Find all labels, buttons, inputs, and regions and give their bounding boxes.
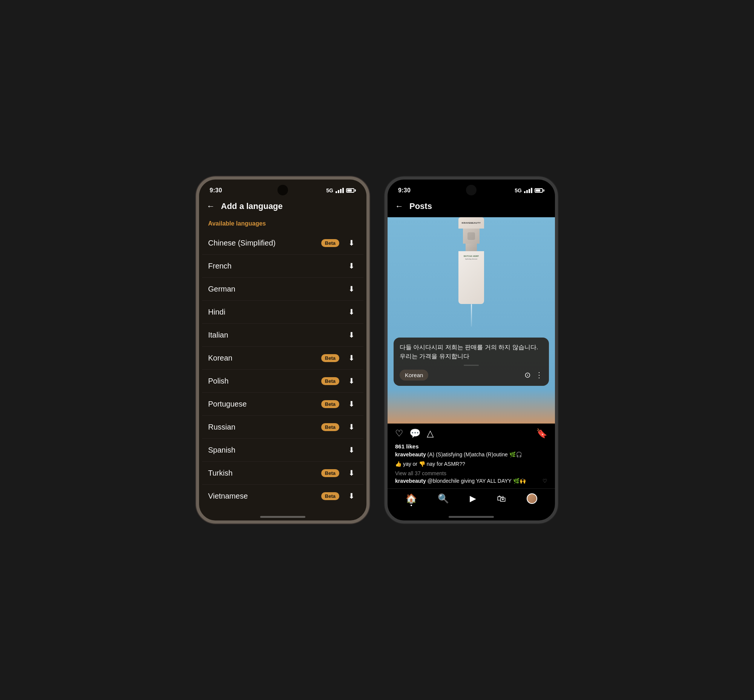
list-item[interactable]: Chinese (Simplified) Beta ⬇: [202, 231, 364, 255]
status-icons-left: 5G: [326, 188, 356, 194]
list-item[interactable]: Italian ⬇: [202, 323, 364, 347]
comment-username: kravebeauty: [395, 478, 426, 484]
download-icon[interactable]: ⬇: [345, 238, 357, 247]
post-actions-bar: ♡ 💬 △ 🔖: [387, 423, 555, 443]
nozzle-detail: [467, 232, 475, 240]
product-cap-top: KRAVEBEAUTY: [459, 217, 484, 228]
language-name: Vietnamese: [208, 492, 321, 500]
signal-bar-r3: [529, 189, 530, 193]
mute-button-right[interactable]: [384, 225, 386, 240]
signal-bar-2: [338, 190, 339, 193]
view-comments-link[interactable]: View all 37 comments: [395, 470, 547, 477]
language-list: Chinese (Simplified) Beta ⬇ French ⬇ Ger…: [199, 231, 367, 513]
nav-search-icon[interactable]: 🔍: [438, 493, 449, 504]
beta-badge: Beta: [321, 423, 339, 431]
volume-down-button-right[interactable]: [384, 275, 386, 297]
post-caption-extra: 👍 yay or 👎 nay for ASMR??: [395, 461, 547, 468]
nav-shop-icon[interactable]: 🛍: [497, 493, 506, 504]
product-sublabel: hydrating cleanser: [465, 258, 478, 260]
home-bar-right: [449, 516, 494, 518]
right-phone: 9:30 5G: [384, 177, 558, 523]
battery-icon-left: [346, 188, 356, 193]
volume-up-button-right[interactable]: [384, 247, 386, 269]
available-languages-label: Available languages: [199, 217, 367, 231]
mute-button[interactable]: [196, 225, 197, 240]
time-left: 9:30: [209, 187, 222, 194]
page-title-right: Posts: [409, 202, 432, 211]
download-icon[interactable]: ⬇: [345, 353, 357, 362]
translation-controls: Korean ⊙ ⋮: [400, 370, 543, 381]
beta-badge: Beta: [321, 377, 339, 385]
back-button-left[interactable]: ←: [207, 202, 215, 211]
volume-up-button[interactable]: [196, 247, 197, 269]
product-label: matcha hemp: [464, 255, 479, 257]
list-item[interactable]: Russian Beta ⬇: [202, 416, 364, 439]
more-options-button[interactable]: ⋮: [535, 370, 543, 380]
signal-bar-1: [336, 191, 337, 193]
download-icon[interactable]: ⬇: [345, 422, 357, 431]
list-item[interactable]: Vietnamese Beta ⬇: [202, 484, 364, 507]
nav-home-icon[interactable]: 🏠: [406, 493, 417, 504]
beta-badge: Beta: [321, 492, 339, 500]
share-button[interactable]: △: [427, 428, 434, 439]
download-icon[interactable]: ⬇: [345, 399, 357, 408]
list-item[interactable]: Portuguese Beta ⬇: [202, 393, 364, 416]
language-screen-header: ← Add a language: [199, 198, 367, 217]
download-icon[interactable]: ⬇: [345, 469, 357, 478]
comment-body: @blondechile giving YAY ALL DAYY 🌿🙌: [428, 478, 526, 484]
list-item[interactable]: Korean Beta ⬇: [202, 347, 364, 370]
download-icon[interactable]: ⬇: [345, 491, 357, 500]
comment-button[interactable]: 💬: [409, 428, 421, 439]
language-name: Turkish: [208, 469, 321, 478]
page-title-left: Add a language: [221, 202, 283, 211]
signal-bar-r1: [524, 191, 526, 193]
home-indicator-right: [387, 513, 555, 520]
language-name: Italian: [208, 331, 345, 339]
download-icon[interactable]: ⬇: [345, 445, 357, 455]
post-image: KRAVEBEAUTY matcha hemp hydrating cleans…: [387, 217, 555, 423]
back-button-right[interactable]: ←: [395, 202, 403, 211]
download-icon[interactable]: ⬇: [345, 330, 357, 339]
beta-badge: Beta: [321, 354, 339, 362]
beta-badge: Beta: [321, 239, 339, 247]
product-neck: [465, 244, 477, 251]
status-icons-right: 5G: [515, 188, 545, 194]
translation-text: 다들 아시다시피 저희는 판매를 거의 하지 않습니다. 우리는 가격을 유지합…: [400, 343, 543, 361]
right-phone-shell: 9:30 5G: [384, 177, 558, 523]
signal-bar-3: [340, 189, 342, 193]
power-button[interactable]: [368, 232, 370, 255]
signal-bar-r2: [526, 190, 528, 193]
list-item[interactable]: French ⬇: [202, 255, 364, 278]
list-item[interactable]: Turkish Beta ⬇: [202, 462, 364, 484]
hand-background: [387, 390, 555, 423]
save-button[interactable]: 🔖: [536, 428, 547, 439]
list-item[interactable]: Hindi ⬇: [202, 301, 364, 323]
list-item[interactable]: Spanish ⬇: [202, 439, 364, 462]
nav-reels-icon[interactable]: ▶: [470, 494, 476, 503]
signal-bar-4: [342, 188, 344, 193]
likes-count: 861 likes: [395, 443, 547, 450]
volume-down-button[interactable]: [196, 275, 197, 297]
list-item[interactable]: Polish Beta ⬇: [202, 370, 364, 393]
comment-like-icon[interactable]: ♡: [543, 478, 547, 484]
download-icon[interactable]: ⬇: [345, 377, 357, 386]
list-item[interactable]: German ⬇: [202, 278, 364, 301]
language-name: Korean: [208, 354, 321, 362]
nav-profile-avatar[interactable]: [527, 493, 537, 504]
download-icon[interactable]: ⬇: [345, 307, 357, 316]
caption-username: kravebeauty: [395, 452, 426, 458]
language-name: Russian: [208, 423, 321, 431]
translation-divider: [464, 365, 479, 366]
time-right: 9:30: [398, 187, 411, 194]
signal-bar-r4: [531, 188, 532, 193]
battery-icon-right: [535, 188, 545, 193]
post-info: 861 likes kravebeauty (A) (S)atisfying (…: [387, 443, 555, 488]
like-button[interactable]: ♡: [395, 428, 403, 439]
translation-language-pill: Korean: [400, 370, 428, 381]
left-phone-screen: 9:30 5G: [199, 180, 367, 520]
download-icon[interactable]: ⬇: [345, 284, 357, 294]
power-button-right[interactable]: [557, 232, 558, 255]
download-icon[interactable]: ⬇: [345, 261, 357, 270]
language-name: Portuguese: [208, 400, 321, 408]
style-translate-button[interactable]: ⊙: [525, 370, 531, 380]
